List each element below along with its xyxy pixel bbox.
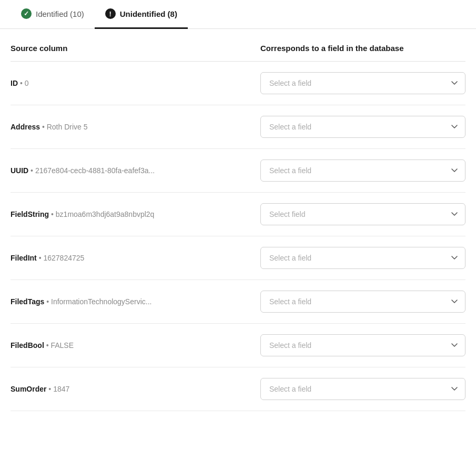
- table-row: UUID • 2167e804-cecb-4881-80fa-eafef3a..…: [11, 149, 465, 193]
- field-name: ID: [11, 79, 18, 87]
- tab-unidentified[interactable]: Unidentified (8): [95, 0, 188, 29]
- tab-identified[interactable]: Identified (10): [11, 0, 95, 29]
- dropdown-cell: Select a field: [260, 378, 465, 400]
- tab-unidentified-label: Unidentified (8): [120, 9, 177, 18]
- dropdown-cell: Select a field: [260, 72, 465, 94]
- field-value: FALSE: [50, 341, 74, 350]
- field-select-2[interactable]: Select a field: [260, 159, 465, 182]
- source-cell: ID • 0: [11, 79, 260, 87]
- field-select-0[interactable]: Select a field: [260, 72, 465, 94]
- field-name: FiledTags: [11, 297, 44, 306]
- field-separator: •: [37, 254, 44, 262]
- source-column-header: Source column: [11, 44, 260, 53]
- dropdown-cell: Select a field: [260, 116, 465, 138]
- field-separator: •: [44, 341, 51, 350]
- source-cell: FiledTags • InformationTechnologyServic.…: [11, 297, 260, 306]
- field-name: Address: [11, 123, 40, 131]
- dropdown-cell: Select a field: [260, 334, 465, 356]
- warning-icon: [105, 8, 116, 19]
- table-row: FieldString • bz1moa6m3hdj6at9a8nbvpl2qS…: [11, 193, 465, 236]
- table-row: FiledBool • FALSESelect a field: [11, 324, 465, 367]
- table-row: FiledTags • InformationTechnologyServic.…: [11, 280, 465, 324]
- check-icon: [21, 8, 32, 19]
- dropdown-cell: Select a field: [260, 247, 465, 269]
- field-name: SumOrder: [11, 385, 46, 393]
- source-cell: Address • Roth Drive 5: [11, 123, 260, 131]
- field-name: FiledBool: [11, 341, 44, 350]
- field-value: 0: [25, 79, 29, 87]
- field-separator: •: [18, 79, 25, 87]
- field-name: UUID: [11, 166, 28, 175]
- dropdown-cell: Select field: [260, 203, 465, 225]
- field-select-4[interactable]: Select a field: [260, 247, 465, 269]
- field-select-3[interactable]: Select field: [260, 203, 465, 225]
- field-value: 2167e804-cecb-4881-80fa-eafef3a...: [35, 166, 155, 175]
- source-cell: FieldString • bz1moa6m3hdj6at9a8nbvpl2q: [11, 210, 260, 218]
- table-row: ID • 0Select a field: [11, 62, 465, 105]
- field-separator: •: [49, 210, 56, 218]
- field-separator: •: [40, 123, 47, 131]
- tab-identified-label: Identified (10): [36, 9, 84, 18]
- field-separator: •: [46, 385, 53, 393]
- main-table: Source column Corresponds to a field in …: [0, 29, 476, 411]
- tabs-container: Identified (10) Unidentified (8): [0, 0, 476, 29]
- field-select-1[interactable]: Select a field: [260, 116, 465, 138]
- field-value: InformationTechnologyServic...: [51, 297, 151, 306]
- source-cell: UUID • 2167e804-cecb-4881-80fa-eafef3a..…: [11, 166, 260, 175]
- field-value: 1627824725: [43, 254, 84, 262]
- source-cell: FiledInt • 1627824725: [11, 254, 260, 262]
- field-separator: •: [28, 166, 35, 175]
- table-header: Source column Corresponds to a field in …: [11, 39, 465, 62]
- table-row: FiledInt • 1627824725Select a field: [11, 236, 465, 280]
- field-select-6[interactable]: Select a field: [260, 334, 465, 356]
- field-separator: •: [44, 297, 51, 306]
- dropdown-cell: Select a field: [260, 159, 465, 182]
- source-cell: SumOrder • 1847: [11, 385, 260, 393]
- field-select-7[interactable]: Select a field: [260, 378, 465, 400]
- table-row: SumOrder • 1847Select a field: [11, 367, 465, 411]
- field-name: FieldString: [11, 210, 49, 218]
- field-value: bz1moa6m3hdj6at9a8nbvpl2q: [56, 210, 155, 218]
- db-column-header: Corresponds to a field in the database: [260, 44, 465, 53]
- field-select-5[interactable]: Select a field: [260, 291, 465, 313]
- field-name: FiledInt: [11, 254, 37, 262]
- table-row: Address • Roth Drive 5Select a field: [11, 105, 465, 149]
- field-value: 1847: [53, 385, 69, 393]
- field-value: Roth Drive 5: [47, 123, 88, 131]
- table-rows: ID • 0Select a fieldAddress • Roth Drive…: [11, 62, 465, 411]
- dropdown-cell: Select a field: [260, 291, 465, 313]
- source-cell: FiledBool • FALSE: [11, 341, 260, 350]
